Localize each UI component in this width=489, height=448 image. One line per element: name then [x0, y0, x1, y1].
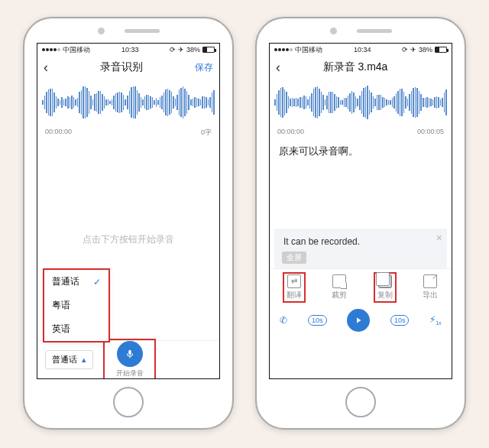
translation-panel: × It can be recorded. 全屏 — [274, 229, 447, 268]
home-button[interactable] — [345, 387, 376, 417]
clock-label: 10:33 — [121, 46, 139, 54]
speed-icon[interactable]: ⚡︎1x — [429, 314, 441, 326]
page-title: 录音识别 — [100, 60, 143, 74]
status-bar: 中国移动 10:34 ⟳ ✈︎ 38% — [270, 44, 452, 56]
phone-right: 中国移动 10:34 ⟳ ✈︎ 38% ‹ 新录音 3.m4a 00:00:00… — [255, 17, 466, 430]
skip-fwd-button[interactable]: 10s — [390, 315, 410, 326]
screen-right: 中国移动 10:34 ⟳ ✈︎ 38% ‹ 新录音 3.m4a 00:00:00… — [269, 43, 452, 379]
bottom-bar: 普通话 ▴ 开始录音 — [37, 340, 219, 378]
lang-option-mandarin[interactable]: 普通话✓ — [44, 270, 108, 294]
time-bar: 00:00:00 0字 — [37, 126, 219, 139]
translate-icon: ⇄ — [287, 274, 301, 288]
language-select[interactable]: 普通话 ▴ — [45, 350, 93, 369]
status-bar: 中国移动 10:33 ⟳ ✈︎ 38% — [37, 44, 219, 56]
record-label: 开始录音 — [116, 368, 144, 378]
time-start: 00:00:00 — [45, 128, 72, 138]
word-count: 0字 — [201, 128, 212, 138]
skip-back-button[interactable]: 10s — [308, 315, 327, 326]
waveform — [270, 79, 452, 126]
transcript-text: 原来可以录音啊。 — [270, 137, 452, 229]
lang-option-cantonese[interactable]: 粤语 — [44, 294, 108, 317]
copy-button[interactable]: 复制 — [374, 273, 396, 302]
play-button[interactable] — [347, 309, 370, 332]
battery-pct: 38% — [186, 46, 200, 54]
screen-left: 中国移动 10:33 ⟳ ✈︎ 38% ‹ 录音识别 保存 00:00:00 0… — [37, 43, 220, 379]
time-end: 00:00:05 — [417, 128, 444, 135]
check-icon: ✓ — [93, 277, 101, 287]
crop-button[interactable]: 裁剪 — [332, 274, 347, 300]
page-title: 新录音 3.m4a — [323, 60, 388, 74]
fullscreen-badge[interactable]: 全屏 — [282, 252, 306, 264]
tool-row: ⇄ 翻译 裁剪 复制 导出 — [270, 268, 452, 305]
phone-left: 中国移动 10:33 ⟳ ✈︎ 38% ‹ 录音识别 保存 00:00:00 0… — [23, 17, 234, 430]
translation-text: It can be recorded. — [283, 236, 360, 247]
play-row: ✆ 10s 10s ⚡︎1x — [270, 305, 452, 336]
record-button[interactable] — [117, 341, 143, 367]
battery-pct: 38% — [419, 46, 432, 54]
language-popup[interactable]: 普通话✓ 粤语 英语 — [44, 269, 109, 342]
save-button[interactable]: 保存 — [195, 61, 213, 74]
copy-icon — [378, 274, 392, 288]
lang-option-english[interactable]: 英语 — [44, 317, 108, 341]
crop-icon — [332, 274, 346, 288]
close-icon[interactable]: × — [436, 232, 442, 244]
export-icon — [423, 274, 437, 288]
chevron-up-icon: ▴ — [82, 355, 86, 365]
translate-button[interactable]: ⇄ 翻译 — [283, 273, 305, 302]
back-icon[interactable]: ‹ — [276, 60, 280, 76]
home-button[interactable] — [113, 387, 144, 417]
play-icon — [354, 316, 363, 325]
nav-bar: ‹ 录音识别 保存 — [37, 56, 219, 79]
carrier-label: 中国移动 — [63, 45, 90, 55]
time-start: 00:00:00 — [277, 128, 304, 135]
time-bar: 00:00:00 00:00:05 — [270, 126, 452, 137]
nav-bar: ‹ 新录音 3.m4a — [270, 56, 452, 79]
back-icon[interactable]: ‹ — [44, 60, 48, 76]
waveform — [37, 79, 219, 126]
call-icon[interactable]: ✆ — [280, 315, 287, 326]
carrier-label: 中国移动 — [295, 45, 322, 55]
mic-icon — [125, 349, 135, 359]
clock-label: 10:34 — [354, 46, 371, 54]
export-button[interactable]: 导出 — [423, 274, 438, 300]
